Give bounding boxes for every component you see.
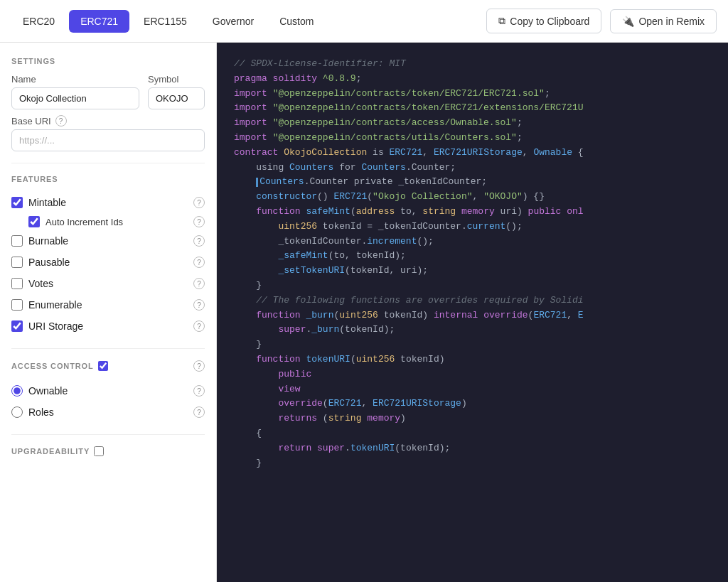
base-uri-label: Base URI xyxy=(11,116,51,126)
enumerable-help-icon[interactable]: ? xyxy=(193,299,205,311)
name-field-group: Name xyxy=(11,74,139,109)
ownable-radio[interactable] xyxy=(11,385,23,397)
feature-mintable: Mintable ? xyxy=(11,192,205,213)
mintable-label: Mintable xyxy=(28,197,188,208)
main-layout: SETTINGS Name Symbol Base URI ? FEATURES… xyxy=(0,43,728,582)
sidebar: SETTINGS Name Symbol Base URI ? FEATURES… xyxy=(0,43,217,582)
mintable-help-icon[interactable]: ? xyxy=(193,197,205,208)
base-uri-input[interactable] xyxy=(11,129,205,151)
burnable-checkbox[interactable] xyxy=(11,235,23,247)
access-control-header: ACCESS CONTROL ? xyxy=(11,360,205,372)
divider-features xyxy=(11,163,205,163)
settings-section-label: SETTINGS xyxy=(11,57,205,65)
roles-help-icon[interactable]: ? xyxy=(193,406,205,418)
access-ownable: Ownable ? xyxy=(11,380,205,402)
features-section-label: FEATURES xyxy=(11,175,205,183)
remix-icon: 🔌 xyxy=(622,16,634,27)
access-control-checkbox[interactable] xyxy=(98,361,108,371)
tab-erc1155[interactable]: ERC1155 xyxy=(132,10,198,33)
copy-to-clipboard-button[interactable]: ⧉ Copy to Clipboard xyxy=(486,9,601,33)
ownable-label: Ownable xyxy=(28,385,188,397)
feature-uri-storage: URI Storage ? xyxy=(11,316,205,337)
votes-help-icon[interactable]: ? xyxy=(193,278,205,289)
access-control-help-icon[interactable]: ? xyxy=(193,360,205,372)
base-uri-label-row: Base URI ? xyxy=(11,115,205,126)
roles-radio[interactable] xyxy=(11,406,23,418)
feature-enumerable: Enumerable ? xyxy=(11,294,205,316)
burnable-help-icon[interactable]: ? xyxy=(193,235,205,247)
name-label: Name xyxy=(11,74,139,85)
feature-auto-increment: Auto Increment Ids ? xyxy=(11,213,205,230)
pausable-checkbox[interactable] xyxy=(11,257,23,268)
mintable-checkbox[interactable] xyxy=(11,197,23,208)
code-content[interactable]: // SPDX-License-Identifier: MIT pragma s… xyxy=(217,43,728,582)
upgradeability-checkbox[interactable] xyxy=(94,446,104,456)
tab-erc20[interactable]: ERC20 xyxy=(11,10,66,33)
pausable-help-icon[interactable]: ? xyxy=(193,257,205,268)
feature-burnable: Burnable ? xyxy=(11,230,205,252)
uri-storage-label: URI Storage xyxy=(28,320,188,332)
symbol-field-group: Symbol xyxy=(148,74,205,109)
symbol-input[interactable] xyxy=(148,87,205,109)
base-uri-section: Base URI ? xyxy=(11,115,205,151)
enumerable-label: Enumerable xyxy=(28,299,188,311)
tab-custom[interactable]: Custom xyxy=(268,10,325,33)
ownable-help-icon[interactable]: ? xyxy=(193,385,205,397)
divider-upgradeability xyxy=(11,434,205,435)
top-nav: ERC20 ERC721 ERC1155 Governor Custom ⧉ C… xyxy=(0,0,728,43)
uri-storage-help-icon[interactable]: ? xyxy=(193,320,205,332)
open-in-remix-button[interactable]: 🔌 Open in Remix xyxy=(610,9,717,33)
divider-access xyxy=(11,348,205,349)
code-panel: // SPDX-License-Identifier: MIT pragma s… xyxy=(217,43,728,582)
name-input[interactable] xyxy=(11,87,139,109)
auto-increment-help-icon[interactable]: ? xyxy=(193,216,205,227)
roles-label: Roles xyxy=(28,406,188,418)
votes-checkbox[interactable] xyxy=(11,278,23,289)
feature-pausable: Pausable ? xyxy=(11,252,205,273)
feature-votes: Votes ? xyxy=(11,273,205,294)
auto-increment-label: Auto Increment Ids xyxy=(46,217,188,227)
symbol-label: Symbol xyxy=(148,74,205,85)
tab-governor[interactable]: Governor xyxy=(201,10,265,33)
access-control-label: ACCESS CONTROL xyxy=(11,362,94,370)
votes-label: Votes xyxy=(28,278,188,289)
enumerable-checkbox[interactable] xyxy=(11,299,23,311)
burnable-label: Burnable xyxy=(28,235,188,247)
copy-icon: ⧉ xyxy=(498,15,505,27)
tab-erc721[interactable]: ERC721 xyxy=(69,10,129,33)
pausable-label: Pausable xyxy=(28,257,188,268)
access-roles: Roles ? xyxy=(11,402,205,423)
base-uri-help-icon[interactable]: ? xyxy=(55,115,67,126)
auto-increment-checkbox[interactable] xyxy=(28,216,40,227)
settings-name-symbol-row: Name Symbol xyxy=(11,74,205,109)
upgradeability-label: UPGRADEABILITY xyxy=(11,447,90,456)
upgradeability-header: UPGRADEABILITY xyxy=(11,446,205,456)
uri-storage-checkbox[interactable] xyxy=(11,320,23,332)
